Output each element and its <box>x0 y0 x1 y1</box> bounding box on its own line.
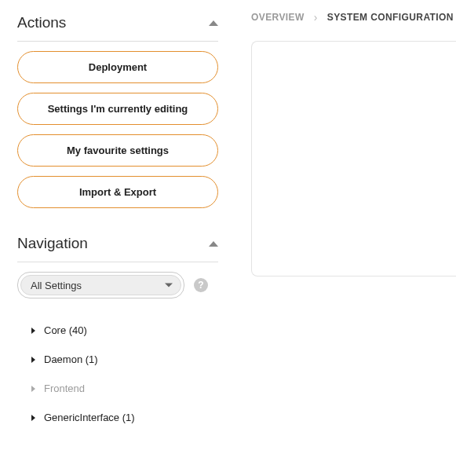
settings-select-wrap: All Settings <box>17 272 184 298</box>
tree-item-daemon[interactable]: Daemon (1) <box>31 345 218 374</box>
chevron-right-icon <box>31 386 35 392</box>
settings-select[interactable]: All Settings <box>20 275 181 295</box>
tree-label-generic-interface: GenericInterface (1) <box>44 412 135 423</box>
navigation-header[interactable]: Navigation <box>17 230 218 262</box>
chevron-right-icon <box>31 328 35 334</box>
navigation-widget: Navigation All Settings ? <box>17 230 218 432</box>
collapse-up-icon <box>209 241 218 247</box>
tree-label-core: Core (40) <box>44 324 87 336</box>
actions-widget: Actions Deployment Settings I'm currentl… <box>17 9 218 208</box>
help-icon[interactable]: ? <box>194 278 208 292</box>
chevron-right-icon: › <box>314 11 318 24</box>
navigation-title: Navigation <box>17 230 88 257</box>
settings-select-value: All Settings <box>31 280 82 291</box>
sidebar: Actions Deployment Settings I'm currentl… <box>0 0 235 476</box>
content-panel <box>251 41 456 276</box>
tree-item-frontend[interactable]: Frontend <box>31 374 218 403</box>
tree-label-daemon: Daemon (1) <box>44 353 98 365</box>
breadcrumb: OVERVIEW › SYSTEM CONFIGURATION <box>235 11 456 24</box>
settings-select-outer: All Settings <box>17 272 184 298</box>
chevron-down-icon <box>165 284 173 287</box>
main-area: OVERVIEW › SYSTEM CONFIGURATION <box>235 0 456 476</box>
actions-header[interactable]: Actions <box>17 9 218 42</box>
tree-item-generic-interface[interactable]: GenericInterface (1) <box>31 403 218 432</box>
navigation-controls: All Settings ? <box>17 272 218 298</box>
actions-title: Actions <box>17 9 66 36</box>
breadcrumb-current: SYSTEM CONFIGURATION <box>327 12 454 23</box>
navigation-body: All Settings ? Core (40) Daemon <box>17 262 218 432</box>
chevron-right-icon <box>31 415 35 421</box>
favourite-settings-button[interactable]: My favourite settings <box>17 134 218 167</box>
import-export-button[interactable]: Import & Export <box>17 176 218 208</box>
tree-item-core[interactable]: Core (40) <box>31 316 218 345</box>
breadcrumb-overview[interactable]: OVERVIEW <box>251 12 305 23</box>
collapse-up-icon <box>209 20 218 26</box>
chevron-right-icon <box>31 357 35 363</box>
navigation-tree: Core (40) Daemon (1) Frontend GenericInt… <box>17 316 218 432</box>
actions-body: Deployment Settings I'm currently editin… <box>17 42 218 208</box>
currently-editing-button[interactable]: Settings I'm currently editing <box>17 93 218 125</box>
tree-label-frontend: Frontend <box>44 383 85 394</box>
deployment-button[interactable]: Deployment <box>17 51 218 83</box>
